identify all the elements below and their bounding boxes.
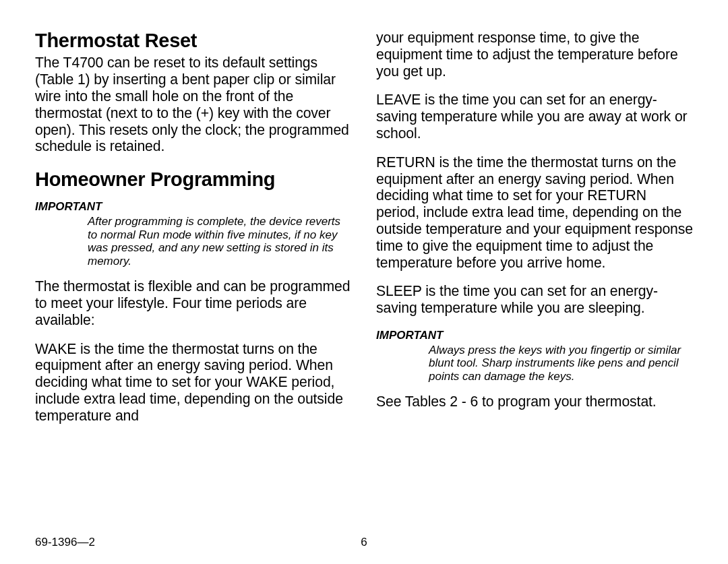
page-number: 6	[361, 536, 367, 549]
paragraph-see-tables: See Tables 2 - 6 to program your thermos…	[376, 394, 693, 410]
paragraph-reset: The T4700 can be reset to its default se…	[35, 55, 352, 155]
paragraph-wake-continued: your equipment response time, to give th…	[376, 30, 693, 80]
important-label: IMPORTANT	[376, 329, 693, 342]
heading-thermostat-reset: Thermostat Reset	[35, 30, 352, 52]
important-note-1: IMPORTANT After programming is complete,…	[35, 200, 352, 268]
important-note-2: IMPORTANT Always press the keys with you…	[376, 329, 693, 383]
paragraph-wake: WAKE is the time the thermostat turns on…	[35, 341, 352, 425]
important-body: Always press the keys with you fingertip…	[429, 344, 693, 383]
paragraph-return: RETURN is the time the thermostat turns …	[376, 154, 693, 272]
paragraph-leave: LEAVE is the time you can set for an ene…	[376, 92, 693, 142]
paragraph-sleep: SLEEP is the time you can set for an ene…	[376, 283, 693, 317]
content-columns: Thermostat Reset The T4700 can be reset …	[35, 30, 693, 525]
important-body: After programming is complete, the devic…	[88, 215, 352, 268]
page-footer: 69-1396—2 6	[35, 536, 693, 549]
paragraph-flexible: The thermostat is flexible and can be pr…	[35, 278, 352, 328]
left-column: Thermostat Reset The T4700 can be reset …	[35, 30, 352, 525]
heading-homeowner-programming: Homeowner Programming	[35, 168, 352, 191]
right-column: your equipment response time, to give th…	[376, 30, 693, 525]
page: Thermostat Reset The T4700 can be reset …	[0, 0, 728, 564]
important-label: IMPORTANT	[35, 200, 352, 214]
